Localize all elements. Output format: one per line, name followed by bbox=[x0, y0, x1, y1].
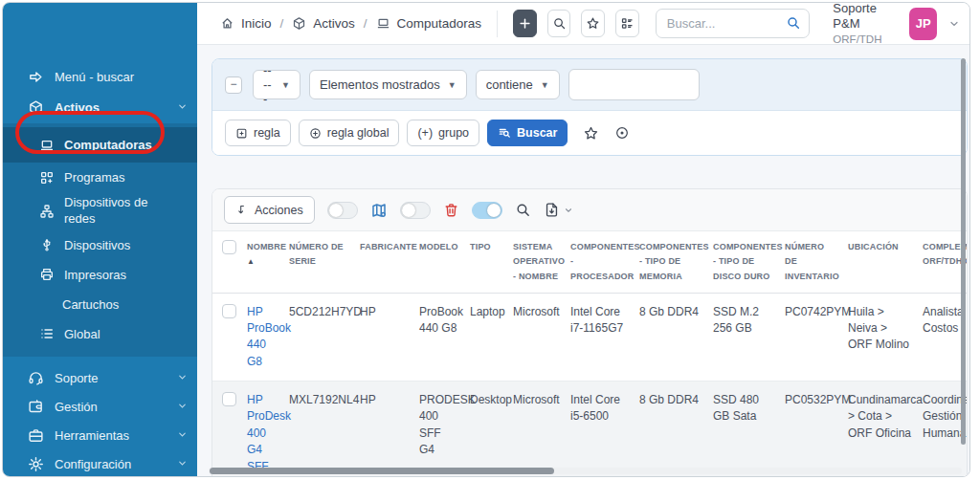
avatar[interactable]: JP bbox=[909, 8, 937, 40]
map-icon bbox=[370, 202, 388, 219]
map-view-toggle[interactable] bbox=[327, 202, 358, 219]
sidebar-item-configuracion[interactable]: Configuración bbox=[3, 450, 197, 477]
breadcrumb-section[interactable]: Activos bbox=[313, 16, 355, 31]
add-group-button[interactable]: (+) grupo bbox=[407, 120, 479, 146]
add-global-rule-button[interactable]: (+) regla global bbox=[299, 120, 400, 146]
sidebar-item-soporte[interactable]: Soporte bbox=[3, 364, 197, 393]
gear-icon bbox=[28, 456, 44, 472]
add-rule-button[interactable]: regla bbox=[225, 120, 291, 146]
sidebar-item-impresoras[interactable]: Impresoras bbox=[3, 260, 197, 290]
chevron-down-icon bbox=[177, 400, 188, 414]
operator-select[interactable]: contiene ▼ bbox=[476, 70, 560, 99]
field-select[interactable]: ----- ▼ bbox=[253, 70, 301, 99]
magnifier-icon bbox=[515, 202, 531, 218]
list-icon bbox=[39, 326, 55, 341]
search-filter-card: − ----- ▼ Elementos mostrados ▼ contiene… bbox=[212, 58, 968, 156]
list-details-icon bbox=[620, 16, 635, 31]
col-header-cargo[interactable]: COMPLEM - ORF/TDH CARGO bbox=[917, 231, 967, 293]
list-view-button[interactable] bbox=[615, 10, 639, 37]
topbar: Inicio / Activos / Computadoras bbox=[197, 3, 969, 45]
search-icon[interactable] bbox=[786, 15, 801, 31]
sidebar-item-herramientas[interactable]: Herramientas bbox=[3, 422, 197, 450]
sidebar-item-dispositivos[interactable]: Dispositivos bbox=[3, 230, 197, 260]
criteria-value-input[interactable] bbox=[568, 69, 700, 100]
sidebar-item-label: Cartuchos bbox=[62, 297, 119, 312]
results-table-wrap: NOMBRE▲ NÚMERO DE SERIE FABRICANTE MODEL… bbox=[212, 231, 967, 477]
user-info: Soporte P&M ORF/TDH bbox=[833, 2, 895, 46]
sidebar-item-menu-buscar[interactable]: Menú - buscar bbox=[3, 62, 197, 91]
sidebar-item-label: Herramientas bbox=[55, 428, 129, 443]
save-bookmark-star-icon[interactable] bbox=[583, 125, 599, 142]
collapse-filter-button[interactable]: − bbox=[225, 76, 242, 94]
col-header-memoria[interactable]: COMPONENTES - TIPO DE MEMORIA bbox=[634, 231, 707, 293]
chevron-down-icon bbox=[177, 428, 188, 443]
col-header-tipo[interactable]: TIPO bbox=[464, 231, 507, 293]
col-header-procesador[interactable]: COMPONENTES - PROCESADOR bbox=[565, 231, 634, 293]
sidebar-item-label: Menú - buscar bbox=[55, 70, 134, 84]
chevron-down-icon bbox=[564, 206, 573, 215]
sidebar-item-label: Programas bbox=[64, 170, 125, 185]
search-mode-button[interactable] bbox=[547, 10, 571, 37]
sidebar-item-gestion[interactable]: Gestión bbox=[3, 393, 197, 422]
vertical-scrollbar[interactable] bbox=[961, 58, 966, 445]
results-table: NOMBRE▲ NÚMERO DE SERIE FABRICANTE MODEL… bbox=[212, 231, 967, 477]
chevron-down-icon[interactable] bbox=[948, 18, 960, 30]
file-export-icon bbox=[544, 202, 560, 218]
divider bbox=[497, 11, 498, 37]
corner-down-arrow-icon bbox=[235, 204, 248, 216]
sidebar-item-label: Computadoras bbox=[64, 138, 152, 152]
col-header-disco[interactable]: COMPONENTES - TIPO DE DISCO DURO bbox=[707, 231, 779, 293]
box-icon bbox=[28, 99, 44, 116]
horizontal-scrollbar[interactable] bbox=[210, 468, 554, 474]
deleted-items-toggle[interactable] bbox=[400, 202, 431, 219]
col-header-ubicacion[interactable]: UBICACIÓN bbox=[842, 231, 917, 293]
select-all-checkbox[interactable] bbox=[222, 240, 236, 254]
search-icon bbox=[552, 16, 567, 31]
actions-button[interactable]: Acciones bbox=[224, 196, 315, 224]
sidebar-item-activos[interactable]: Activos bbox=[3, 91, 197, 123]
network-icon bbox=[39, 204, 55, 219]
sidebar-item-dispositivos-redes[interactable]: Dispositivos de redes bbox=[3, 192, 166, 230]
filter-actions-row: regla (+) regla global (+) grupo bbox=[212, 110, 967, 155]
row-checkbox[interactable] bbox=[222, 304, 236, 318]
col-header-inventario[interactable]: NÚMERO DE INVENTARIO bbox=[779, 231, 842, 293]
caret-down-icon: ▼ bbox=[541, 80, 549, 90]
user-org: ORF/TDH bbox=[833, 33, 895, 46]
chevron-down-icon bbox=[177, 100, 188, 115]
star-icon bbox=[586, 16, 600, 31]
col-header-so[interactable]: SISTEMA OPERATIVO - NOMBRE bbox=[507, 231, 565, 293]
sidebar-item-label: Gestión bbox=[55, 400, 98, 414]
square-plus-icon bbox=[235, 127, 248, 140]
col-header-nombre[interactable]: NOMBRE▲ bbox=[241, 231, 283, 293]
sidebar: Menú - buscar Activos Computadoras bbox=[3, 3, 197, 476]
col-header-modelo[interactable]: MODELO bbox=[413, 231, 464, 293]
sidebar-item-label: Activos bbox=[55, 100, 100, 115]
search-panel-toggle[interactable] bbox=[472, 202, 502, 219]
breadcrumb-current[interactable]: Computadoras bbox=[397, 16, 482, 31]
export-menu[interactable] bbox=[544, 202, 573, 218]
sidebar-item-cartuchos[interactable]: Cartuchos bbox=[3, 290, 197, 319]
reset-circle-dot-icon[interactable] bbox=[614, 125, 630, 141]
col-header-fabricante[interactable]: FABRICANTE bbox=[354, 231, 413, 293]
box-icon bbox=[292, 16, 306, 31]
sidebar-item-computadoras[interactable]: Computadoras bbox=[3, 127, 197, 163]
sidebar-item-label: Dispositivos de redes bbox=[64, 195, 156, 228]
circle-plus-icon bbox=[309, 127, 322, 140]
table-row: HP ProBook 440 G8 5CD212H7YD HP ProBook … bbox=[212, 293, 967, 382]
arrow-right-icon bbox=[28, 69, 44, 85]
sidebar-item-programas[interactable]: Programas bbox=[3, 163, 197, 192]
laptop-icon bbox=[376, 16, 390, 31]
add-button[interactable] bbox=[513, 10, 537, 37]
row-checkbox[interactable] bbox=[222, 392, 236, 406]
app-frame: Menú - buscar Activos Computadoras bbox=[2, 2, 970, 477]
sidebar-submenu-activos: Computadoras Programas Dispositivos de r… bbox=[3, 123, 197, 357]
wallet-icon bbox=[28, 399, 44, 415]
sidebar-item-global[interactable]: Global bbox=[3, 319, 197, 349]
headset-icon bbox=[28, 370, 44, 386]
display-select[interactable]: Elementos mostrados ▼ bbox=[309, 70, 467, 99]
col-header-serie[interactable]: NÚMERO DE SERIE bbox=[283, 231, 354, 293]
bookmark-button[interactable] bbox=[581, 10, 605, 37]
search-button[interactable]: Buscar bbox=[487, 120, 568, 146]
breadcrumb-home[interactable]: Inicio bbox=[241, 16, 272, 31]
laptop-icon bbox=[39, 138, 55, 153]
